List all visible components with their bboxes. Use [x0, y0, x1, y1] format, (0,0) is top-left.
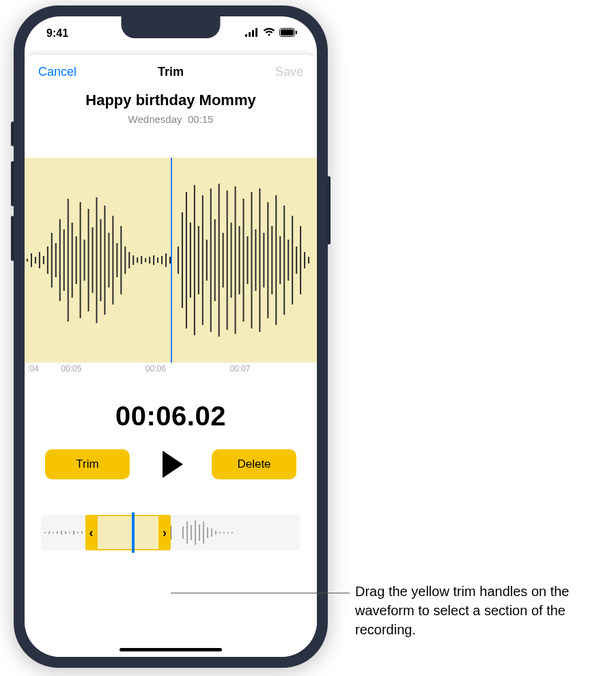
svg-rect-1: [249, 32, 251, 37]
power-button: [327, 176, 331, 244]
cellular-signal-icon: [245, 27, 259, 40]
wifi-icon: [263, 27, 275, 40]
svg-rect-3: [255, 28, 257, 37]
volume-up-button: [11, 161, 14, 206]
svg-rect-0: [245, 34, 247, 37]
iphone-frame: 9:41 Cancel Trim Save Happy birthday: [14, 5, 328, 668]
tick-2: 00:05: [61, 364, 145, 378]
current-timecode: 00:06.02: [25, 401, 317, 432]
play-icon: [163, 451, 183, 478]
playhead[interactable]: [171, 158, 172, 363]
svg-rect-2: [252, 30, 254, 37]
trim-handle-left[interactable]: ‹: [85, 516, 98, 549]
notch: [122, 16, 221, 38]
volume-down-button: [11, 216, 14, 261]
play-button[interactable]: [150, 444, 191, 485]
tick-3: 00:06: [145, 364, 230, 378]
trim-handle-right[interactable]: ›: [158, 516, 171, 549]
silent-switch: [11, 122, 14, 146]
svg-rect-5: [281, 29, 294, 36]
sheet-title: Trim: [158, 65, 184, 79]
recording-duration: 00:15: [188, 113, 214, 125]
cancel-button[interactable]: Cancel: [38, 65, 76, 79]
trim-selection[interactable]: ‹ ›: [85, 515, 171, 550]
status-time: 9:41: [46, 27, 68, 40]
timeline-ticks: :04 00:05 00:06 00:07: [25, 363, 317, 378]
recording-subtitle: Wednesday 00:15: [25, 113, 317, 125]
callout-text: Drag the yellow trim handles on the wave…: [355, 582, 608, 639]
waveform-main[interactable]: [25, 158, 317, 363]
tick-4: 00:07: [229, 364, 314, 378]
controls-row: Trim Delete: [25, 432, 317, 485]
mini-waveform[interactable]: ‹ ›: [41, 515, 300, 550]
battery-icon: [279, 27, 298, 40]
callout-leader-line: [171, 593, 350, 593]
home-indicator[interactable]: [120, 648, 222, 651]
tick-1: :04: [27, 364, 61, 378]
svg-rect-6: [296, 31, 297, 34]
trim-sheet: Cancel Trim Save Happy birthday Mommy We…: [25, 55, 317, 657]
recording-title: Happy birthday Mommy: [25, 91, 317, 109]
recording-day: Wednesday: [128, 113, 182, 125]
mini-playhead[interactable]: [132, 512, 135, 553]
save-button[interactable]: Save: [275, 65, 303, 79]
chevron-left-icon: ‹: [89, 526, 94, 540]
delete-button[interactable]: Delete: [212, 449, 296, 479]
mini-waveform-svg: [41, 515, 300, 550]
trim-button[interactable]: Trim: [45, 449, 130, 479]
screen: 9:41 Cancel Trim Save Happy birthday: [25, 16, 317, 657]
sheet-header: Cancel Trim Save: [25, 55, 317, 89]
chevron-right-icon: ›: [163, 526, 167, 540]
